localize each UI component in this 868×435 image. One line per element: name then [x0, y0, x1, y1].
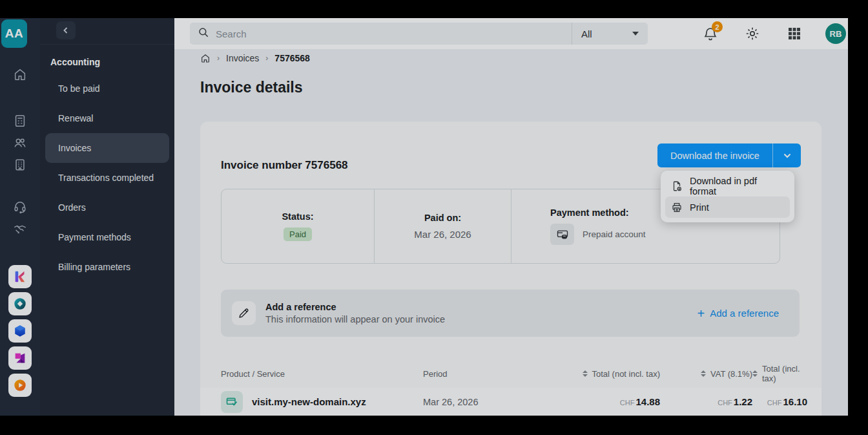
header-total-excl-tax[interactable]: Total (not incl. tax) — [544, 369, 660, 379]
sidebar-divider — [40, 44, 174, 45]
header-vat[interactable]: VAT (8.1%) — [660, 369, 752, 379]
workspace-logo[interactable]: AA — [1, 19, 27, 48]
currency-label: CHF — [767, 399, 782, 407]
breadcrumb-separator: › — [265, 54, 268, 63]
add-reference-bar: Add a reference This information will ap… — [221, 290, 800, 337]
paid-on-value: Mar 26, 2026 — [414, 229, 471, 240]
currency-label: CHF — [718, 399, 732, 407]
status-badge: Paid — [284, 228, 312, 241]
sidebar-item-billing-parameters[interactable]: Billing parameters — [40, 252, 174, 282]
invoice-number-heading: Invoice number 7576568 — [221, 159, 348, 172]
header-label: VAT (8.1%) — [710, 369, 752, 379]
domain-product-icon — [221, 391, 243, 413]
menu-item-download-pdf[interactable]: Download in pdf format — [665, 175, 790, 196]
building-icon[interactable] — [12, 157, 28, 173]
users-icon[interactable] — [12, 135, 28, 151]
nav-list: To be paid Renewal Invoices Transactions… — [40, 74, 174, 282]
sidebar-item-renewal[interactable]: Renewal — [40, 103, 174, 133]
menu-item-label: Print — [690, 202, 709, 213]
add-reference-link[interactable]: + Add a reference — [698, 307, 779, 320]
sidebar-item-orders[interactable]: Orders — [40, 193, 174, 222]
paid-on-label: Paid on: — [424, 213, 461, 223]
user-avatar[interactable]: RB — [825, 23, 846, 44]
sidebar-item-invoices[interactable]: Invoices — [45, 133, 169, 163]
page-title: Invoice details — [200, 79, 303, 96]
nav-section-title: Accounting — [50, 57, 100, 67]
sort-icon[interactable] — [752, 370, 758, 377]
download-options-menu: Download in pdf format Print — [661, 171, 794, 222]
reference-subtitle: This information will appear on your inv… — [265, 314, 445, 324]
product-name: visit.my-new-domain.xyz — [252, 396, 366, 407]
headset-icon[interactable] — [12, 199, 28, 215]
search-scope-value: All — [581, 28, 592, 39]
sort-icon[interactable] — [583, 370, 588, 377]
reference-texts: Add a reference This information will ap… — [265, 302, 445, 324]
notification-badge: 2 — [712, 21, 723, 32]
menu-item-print[interactable]: Print — [665, 196, 790, 218]
header-product-service[interactable]: Product / Service — [221, 369, 423, 379]
gear-icon[interactable] — [745, 26, 760, 41]
add-reference-link-label: Add a reference — [710, 308, 779, 319]
search-bar[interactable]: Search All — [190, 23, 648, 45]
amount: 1.22 — [734, 396, 752, 407]
amount: 14.88 — [636, 396, 660, 407]
chevron-down-icon — [632, 32, 639, 36]
app-window: AA — [0, 18, 848, 416]
header-period[interactable]: Period — [423, 369, 544, 379]
download-options-caret-button[interactable] — [772, 143, 801, 167]
collapse-sidebar-button[interactable] — [56, 21, 76, 39]
vat-cell: CHF 1.22 — [660, 396, 752, 407]
printer-icon — [671, 202, 683, 213]
paid-on-column: Paid on: Mar 26, 2026 — [374, 189, 511, 263]
amount: 16.10 — [783, 396, 807, 407]
orange-play-app-icon[interactable] — [8, 374, 32, 397]
search-scope-select[interactable]: All — [572, 23, 648, 45]
pdf-download-icon — [671, 180, 683, 192]
breadcrumb-current: 7576568 — [274, 53, 310, 63]
top-bar: Search All 2 RB — [174, 18, 848, 49]
status-label: Status: — [282, 211, 313, 222]
table-row[interactable]: visit.my-new-domain.xyz Mar 26, 2026 CHF… — [200, 388, 822, 416]
pencil-icon — [232, 301, 256, 325]
home-icon[interactable] — [12, 67, 28, 82]
period-cell: Mar 26, 2026 — [423, 397, 544, 407]
total-excl-cell: CHF 14.88 — [544, 396, 660, 407]
reference-title: Add a reference — [265, 302, 445, 312]
header-label: Total (not incl. tax) — [592, 369, 661, 379]
total-incl-cell: CHF 16.10 — [752, 396, 807, 407]
breadcrumb-separator: › — [217, 54, 220, 63]
download-button-group: Download the invoice — [657, 143, 801, 167]
breadcrumb-invoices[interactable]: Invoices — [226, 53, 259, 63]
ksuite-k-icon[interactable] — [8, 265, 32, 288]
download-invoice-button[interactable]: Download the invoice — [657, 143, 772, 167]
invoice-table-header: Product / Service Period Total (not incl… — [200, 359, 822, 388]
sidebar-item-payment-methods[interactable]: Payment methods — [40, 222, 174, 252]
header-total-incl-tax[interactable]: Total (incl. tax) — [752, 364, 807, 383]
icon-rail: AA — [0, 18, 40, 416]
product-cell: visit.my-new-domain.xyz — [221, 391, 423, 413]
status-column: Status: Paid — [222, 189, 374, 263]
search-icon — [198, 27, 209, 41]
calculator-icon[interactable] — [12, 113, 28, 129]
apps-grid-icon[interactable] — [787, 26, 802, 41]
header-label: Total (incl. tax) — [762, 364, 807, 383]
breadcrumb: › Invoices › 7576568 — [200, 53, 310, 63]
search-input[interactable]: Search — [216, 28, 572, 39]
teal-ring-app-icon[interactable] — [8, 292, 32, 315]
payment-method-value: Prepaid account — [583, 229, 646, 239]
currency-label: CHF — [620, 399, 635, 407]
sidebar-item-to-be-paid[interactable]: To be paid — [40, 74, 174, 103]
payment-method-line: Prepaid account — [550, 224, 646, 245]
handshake-icon[interactable] — [12, 221, 28, 237]
invoice-card: Invoice number 7576568 Download the invo… — [200, 122, 822, 416]
accounting-sidebar: Accounting To be paid Renewal Invoices T… — [40, 18, 174, 416]
prepaid-account-icon — [550, 224, 574, 245]
payment-method-label: Payment method: — [550, 207, 629, 218]
sort-icon[interactable] — [701, 370, 706, 377]
menu-item-label: Download in pdf format — [690, 176, 784, 196]
plus-icon: + — [698, 307, 705, 320]
sidebar-item-transactions-completed[interactable]: Transactions completed — [40, 163, 174, 193]
breadcrumb-home-icon[interactable] — [200, 53, 211, 63]
kmeet-app-icon[interactable] — [8, 346, 32, 370]
blue-hexagon-app-icon[interactable] — [8, 319, 32, 343]
